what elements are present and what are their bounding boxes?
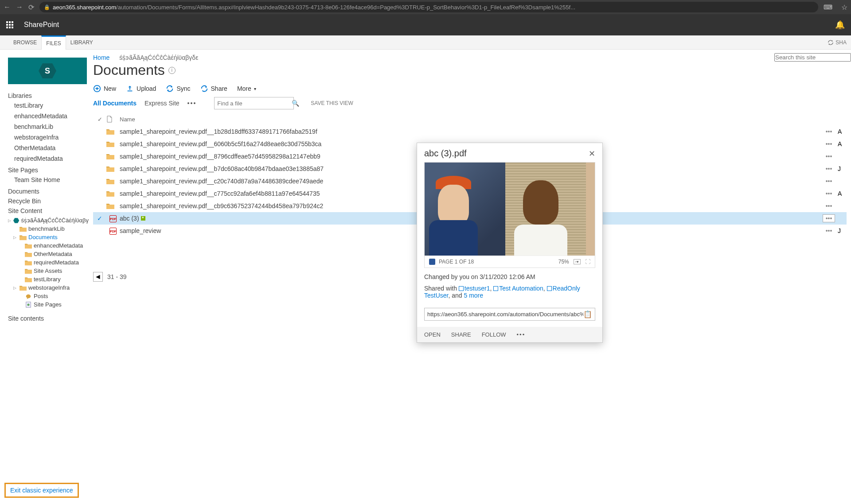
ribbon-tabs: BROWSE FILES LIBRARY SHA	[0, 35, 851, 50]
breadcrumb-site[interactable]: śṩͽãĂăĄąĆćĈĉĊàέήίϋαβγδε	[119, 54, 198, 61]
page-title-row: Documents i	[93, 62, 847, 78]
nav-section-head[interactable]: Site Pages	[8, 167, 89, 174]
close-icon[interactable]: ✕	[589, 149, 595, 159]
expand-icon[interactable]: ▷	[13, 286, 18, 290]
info-icon[interactable]: i	[168, 67, 176, 74]
main-content: Home śṩͽãĂăĄąĆćĈĉĊàέήίϋαβγδε Documents i…	[89, 50, 851, 504]
hover-card-url-input[interactable]	[427, 311, 583, 318]
nav-item[interactable]: Team Site Home	[8, 174, 89, 185]
row-ellipsis-icon[interactable]: •••	[823, 140, 835, 147]
nav-item[interactable]: testLibrary	[8, 100, 89, 111]
shared-user-link[interactable]: testuser1	[465, 285, 490, 292]
tree-item[interactable]: OtherMetadata	[8, 250, 89, 258]
zoom-dropdown-icon[interactable]: ▫▾	[574, 259, 581, 264]
hover-open-button[interactable]: OPEN	[424, 331, 441, 338]
notifications-icon[interactable]: 🔔	[835, 20, 845, 30]
row-ellipsis-icon[interactable]: •••	[823, 128, 835, 135]
svg-text:S: S	[45, 66, 50, 75]
nav-item[interactable]: OtherMetadata	[8, 143, 89, 153]
more-button[interactable]: More ▾	[237, 85, 256, 92]
nav-section-head[interactable]: Libraries	[8, 92, 89, 99]
row-checkbox[interactable]: ✓	[93, 215, 106, 222]
column-type-icon[interactable]	[106, 116, 120, 123]
user-checkbox-icon[interactable]	[547, 286, 552, 291]
ribbon-tab-files[interactable]: FILES	[41, 35, 66, 50]
hover-card-title: abc (3).pdf	[424, 148, 467, 159]
row-modified-initial: A	[838, 128, 847, 135]
expand-icon[interactable]: ▷	[13, 235, 18, 240]
hover-share-button[interactable]: SHARE	[451, 331, 471, 338]
tree-item[interactable]: testLibrary	[8, 275, 89, 283]
find-file-box[interactable]: 🔍	[214, 97, 294, 109]
row-ellipsis-icon[interactable]: •••	[823, 190, 835, 197]
user-checkbox-icon[interactable]	[493, 286, 498, 291]
tree-item-label: testLibrary	[34, 276, 61, 283]
tree-item[interactable]: enhancedMetadata	[8, 241, 89, 250]
hover-follow-button[interactable]: FOLLOW	[482, 331, 506, 338]
ribbon-tab-browse[interactable]: BROWSE	[9, 35, 41, 50]
view-express-site[interactable]: Express Site	[144, 100, 180, 107]
column-select[interactable]: ✓	[93, 116, 106, 123]
nav-section-head[interactable]: Documents	[8, 188, 89, 195]
app-launcher-icon[interactable]	[6, 21, 13, 28]
nav-item[interactable]: enhancedMetadata	[8, 111, 89, 121]
suite-bar: SharePoint 🔔	[0, 14, 851, 35]
fullscreen-icon[interactable]: ⛶	[585, 259, 590, 265]
row-ellipsis-icon[interactable]: •••	[823, 153, 835, 160]
table-row[interactable]: sample1_sharepoint_review.pdf__1b28d18df…	[93, 125, 847, 138]
tree-item[interactable]: ▷webstorageInfra	[8, 283, 89, 292]
translate-icon[interactable]: ⌨	[824, 4, 832, 11]
search-icon[interactable]: 🔍	[292, 100, 299, 107]
search-site-input[interactable]	[774, 53, 851, 62]
row-name[interactable]: sample1_sharepoint_review.pdf__1b28d18df…	[120, 128, 820, 135]
exit-classic-experience[interactable]: Exit classic experience	[4, 483, 79, 498]
forward-icon[interactable]: →	[16, 3, 23, 11]
share-button[interactable]: Share	[200, 85, 227, 93]
suite-app-name[interactable]: SharePoint	[24, 21, 59, 29]
find-file-input[interactable]	[217, 100, 292, 107]
save-view-link[interactable]: SAVE THIS VIEW	[311, 100, 353, 106]
row-ellipsis-icon[interactable]: •••	[823, 214, 835, 222]
column-name[interactable]: Name	[120, 116, 820, 123]
view-more-icon[interactable]: •••	[187, 100, 197, 107]
hover-card-preview[interactable]: PAGE 1 OF 18 75% ▫▾ ⛶	[424, 162, 595, 268]
copy-icon[interactable]: 📋	[583, 310, 592, 318]
pager-prev[interactable]: ◄	[93, 272, 103, 282]
ribbon-tab-library[interactable]: LIBRARY	[66, 35, 98, 50]
row-ellipsis-icon[interactable]: •••	[823, 202, 835, 209]
ribbon-share[interactable]: SHA	[828, 39, 847, 46]
tree-item[interactable]: Site Pages	[8, 300, 89, 309]
url-bar[interactable]: 🔒 aeon365.sharepoint.com /automation/Doc…	[39, 2, 818, 12]
nav-item[interactable]: requiredMetadata	[8, 153, 89, 164]
sync-button[interactable]: Sync	[166, 85, 190, 93]
hover-more-icon[interactable]: •••	[517, 331, 526, 338]
tree-item[interactable]: benchmarkLib	[8, 225, 89, 233]
nav-section-head[interactable]: Site Content	[8, 207, 89, 214]
nav-site-contents[interactable]: Site contents	[8, 315, 89, 322]
tree-item[interactable]: Posts	[8, 292, 89, 300]
new-badge-icon	[141, 216, 145, 221]
site-logo[interactable]: S	[8, 58, 87, 84]
tree-item[interactable]: requiredMetadata	[8, 258, 89, 267]
row-ellipsis-icon[interactable]: •••	[823, 165, 835, 172]
upload-button[interactable]: Upload	[126, 85, 156, 93]
view-all-documents[interactable]: All Documents	[93, 100, 137, 107]
nav-item[interactable]: benchmarkLib	[8, 121, 89, 132]
shared-more-link[interactable]: 5 more	[464, 292, 484, 299]
tree-item-label: requiredMetadata	[34, 259, 79, 266]
tree-item[interactable]: ▷Documents	[8, 233, 89, 241]
shared-user-link[interactable]: Test Automation	[499, 285, 543, 292]
expand-icon[interactable]: ▷	[8, 218, 12, 223]
back-icon[interactable]: ←	[4, 3, 11, 11]
row-ellipsis-icon[interactable]: •••	[823, 227, 835, 234]
nav-section-head[interactable]: Recycle Bin	[8, 198, 89, 205]
new-button[interactable]: New	[93, 85, 116, 93]
row-ellipsis-icon[interactable]: •••	[823, 178, 835, 185]
reload-icon[interactable]: ⟳	[28, 3, 34, 12]
bookmark-icon[interactable]: ☆	[841, 3, 847, 12]
user-checkbox-icon[interactable]	[459, 286, 464, 291]
breadcrumb-home[interactable]: Home	[93, 54, 109, 61]
nav-item[interactable]: webstorageInfra	[8, 132, 89, 143]
tree-item[interactable]: Site Assets	[8, 267, 89, 275]
tree-item[interactable]: ▷śṩͽãĂăĄąĆćĈĉĊàέήίϋαβγ	[8, 216, 89, 225]
